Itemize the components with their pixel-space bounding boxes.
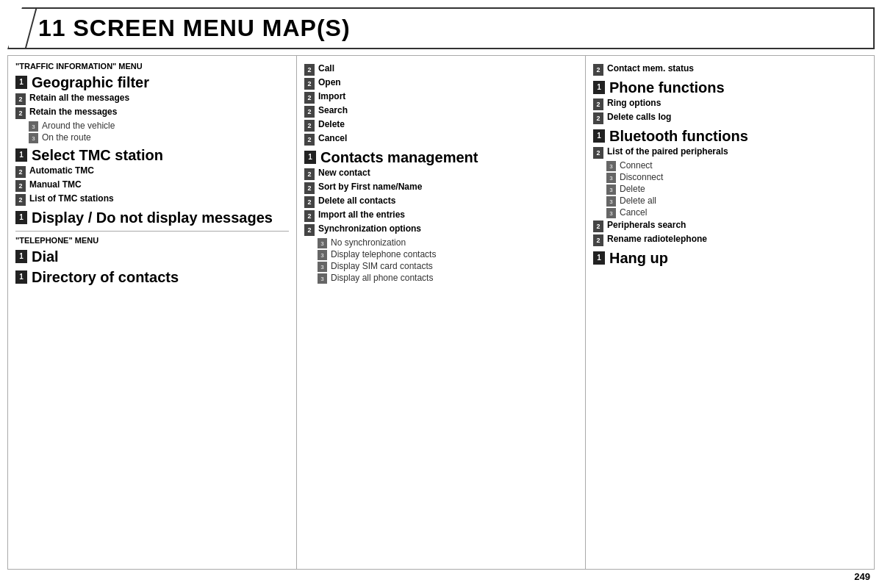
level2-badge: 2 [304, 210, 315, 222]
level2-badge: 2 [304, 92, 315, 104]
level2-new-contact: 2New contact [304, 168, 578, 180]
level3-cancel-bt: 3Cancel [606, 207, 867, 218]
level2-retain-msgs: 2Retain the messages [15, 107, 289, 119]
level2-text: List of TMC stations [29, 193, 289, 204]
level1-text: Geographic filter [32, 74, 289, 91]
level2-badge: 2 [304, 168, 315, 180]
level1-badge: 1 [304, 151, 316, 164]
level2-sync-options: 2Synchronization options [304, 223, 578, 236]
level1-bluetooth-functions: 1Bluetooth functions [593, 127, 867, 145]
level2-list-tmc: 2List of TMC stations [15, 193, 289, 206]
column-2: 2Call2Open2Import2Search2Delete2Cancel1C… [297, 56, 586, 569]
level2-text: Import [318, 91, 578, 101]
level2-badge: 2 [593, 112, 603, 124]
level2-text: Sort by First name/Name [318, 182, 578, 192]
level3-on-route: 3On the route [29, 132, 289, 143]
level2-badge: 2 [304, 120, 315, 132]
level2-call: 2Call [304, 63, 578, 76]
level3-badge: 3 [606, 196, 616, 207]
level3-text: Delete all [620, 196, 867, 206]
level2-badge: 2 [15, 166, 26, 178]
level3-text: On the route [42, 132, 289, 143]
level1-badge: 1 [15, 148, 27, 162]
level2-auto-tmc: 2Automatic TMC [15, 165, 289, 178]
level3-badge: 3 [318, 250, 327, 260]
level3-text: Disconnect [620, 172, 867, 182]
section-header: "TELEPHONE" MENU [15, 236, 289, 245]
level2-delete-all-contacts: 2Delete all contacts [304, 196, 578, 208]
level3-around-vehicle: 3Around the vehicle [29, 121, 289, 132]
level2-text: Search [318, 105, 578, 115]
level3-badge: 3 [29, 133, 38, 143]
level2-badge: 2 [15, 93, 26, 105]
columns-wrapper: "TRAFFIC INFORMATION" MENU1Geographic fi… [7, 55, 875, 570]
level2-text: Delete [318, 119, 578, 129]
level3-display-all: 3Display all phone contacts [318, 273, 578, 284]
level3-text: No synchronization [331, 237, 578, 248]
level1-dial: 1Dial [15, 248, 289, 265]
level1-text: Phone functions [609, 79, 867, 96]
level2-text: Rename radiotelephone [607, 234, 867, 244]
level1-directory: 1Directory of contacts [15, 268, 289, 286]
level2-manual-tmc: 2Manual TMC [15, 179, 289, 192]
level3-badge: 3 [318, 238, 327, 248]
level2-text: Open [318, 77, 578, 87]
level2-badge: 2 [304, 64, 315, 76]
level1-badge: 1 [593, 129, 605, 143]
level2-badge: 2 [304, 134, 315, 146]
level1-text: Bluetooth functions [609, 127, 867, 145]
level2-text: Import all the entries [318, 209, 578, 220]
level3-badge: 3 [318, 262, 327, 272]
level2-import-all: 2Import all the entries [304, 209, 578, 222]
level1-contacts-mgmt: 1Contacts management [304, 148, 578, 166]
level2-import: 2Import [304, 91, 578, 104]
level2-text: Contact mem. status [607, 63, 867, 74]
level2-badge: 2 [593, 234, 603, 246]
level2-rename-radio: 2Rename radiotelephone [593, 234, 867, 246]
level2-badge: 2 [15, 180, 26, 192]
level3-badge: 3 [606, 184, 616, 195]
level1-phone-functions: 1Phone functions [593, 79, 867, 96]
level2-text: Delete all contacts [318, 196, 578, 206]
level1-text: Dial [32, 248, 289, 265]
level2-peripherals-search: 2Peripherals search [593, 220, 867, 232]
level3-text: Display all phone contacts [331, 273, 578, 283]
level1-badge: 1 [15, 250, 27, 263]
level3-text: Cancel [620, 207, 867, 218]
level3-badge: 3 [318, 273, 327, 284]
level2-badge: 2 [593, 98, 603, 110]
level2-text: Retain all the messages [29, 93, 289, 103]
level2-cancel: 2Cancel [304, 133, 578, 146]
level1-text: Hang up [609, 249, 867, 267]
level2-text: Retain the messages [29, 107, 289, 117]
level1-badge: 1 [15, 211, 27, 224]
level3-text: Display SIM card contacts [331, 261, 578, 271]
level2-retain-all: 2Retain all the messages [15, 93, 289, 105]
level2-badge: 2 [304, 196, 315, 208]
level2-text: Synchronization options [318, 223, 578, 234]
page-title-box: 11 SCREEN MENU MAP(S) [7, 7, 875, 49]
level2-badge: 2 [593, 64, 603, 76]
level2-text: New contact [318, 168, 578, 178]
level2-delete: 2Delete [304, 119, 578, 132]
level2-badge: 2 [15, 194, 26, 206]
level2-sort-by: 2Sort by First name/Name [304, 182, 578, 194]
level1-display-messages: 1Display / Do not display messages [15, 209, 289, 226]
level2-search: 2Search [304, 105, 578, 118]
level3-badge: 3 [606, 161, 616, 171]
level1-select-tmc: 1Select TMC station [15, 146, 289, 164]
level2-badge: 2 [593, 220, 603, 232]
level2-text: Ring options [607, 98, 867, 108]
level2-ring-options: 2Ring options [593, 98, 867, 110]
level1-badge: 1 [593, 81, 605, 94]
level2-text: Automatic TMC [29, 165, 289, 176]
level3-display-sim: 3Display SIM card contacts [318, 261, 578, 272]
level2-contact-mem: 2Contact mem. status [593, 63, 867, 76]
divider [15, 231, 289, 232]
level1-text: Directory of contacts [32, 268, 289, 286]
level3-no-sync: 3No synchronization [318, 237, 578, 248]
level3-text: Around the vehicle [42, 121, 289, 131]
page-number: 249 [854, 571, 870, 582]
level2-badge: 2 [304, 224, 315, 236]
level3-text: Connect [620, 160, 867, 171]
